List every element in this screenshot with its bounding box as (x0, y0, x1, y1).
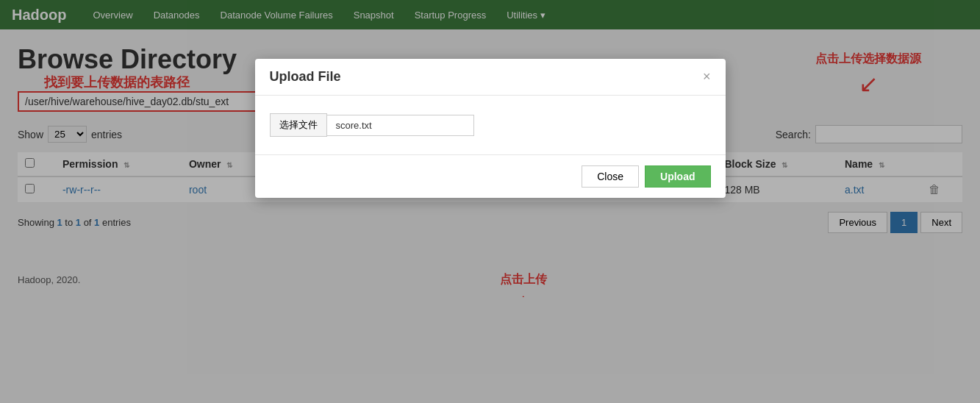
choose-file-button[interactable]: 选择文件 (270, 113, 327, 137)
upload-modal: Upload File × 选择文件 score.txt Close Uploa… (255, 59, 726, 198)
file-name-display: score.txt (327, 115, 474, 136)
modal-close-button[interactable]: Close (582, 165, 639, 188)
modal-header: Upload File × (255, 59, 726, 96)
modal-close-x-button[interactable]: × (703, 69, 711, 85)
modal-body: 选择文件 score.txt (255, 96, 726, 154)
modal-upload-button[interactable]: Upload (645, 165, 710, 188)
modal-overlay[interactable]: Upload File × 选择文件 score.txt Close Uploa… (0, 0, 980, 297)
file-input-row: 选择文件 score.txt (270, 113, 711, 137)
modal-footer: Close Upload (255, 154, 726, 198)
modal-title: Upload File (270, 69, 341, 85)
